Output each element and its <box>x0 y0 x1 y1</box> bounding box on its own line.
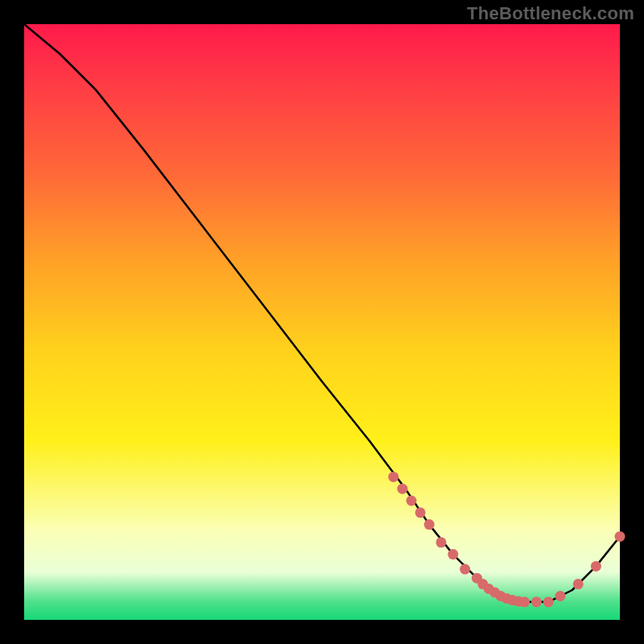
highlight-points-group <box>388 472 625 607</box>
highlight-point <box>531 597 542 607</box>
chart-svg <box>24 24 620 620</box>
highlight-point <box>573 579 584 589</box>
highlight-point <box>415 507 426 518</box>
highlight-point <box>555 591 566 601</box>
highlight-point <box>397 484 407 494</box>
highlight-point <box>424 519 435 530</box>
highlight-point <box>388 472 398 482</box>
highlight-point <box>591 561 601 572</box>
plot-area <box>24 24 620 620</box>
highlight-point <box>436 537 447 547</box>
highlight-point <box>519 597 530 607</box>
highlight-point <box>407 496 417 506</box>
highlight-point <box>543 597 554 607</box>
bottleneck-curve-line <box>24 24 620 602</box>
highlight-point <box>448 549 458 559</box>
highlight-point <box>460 564 470 575</box>
highlight-point <box>615 531 625 542</box>
watermark-label: TheBottleneck.com <box>467 3 634 24</box>
chart-frame: TheBottleneck.com <box>0 0 644 644</box>
